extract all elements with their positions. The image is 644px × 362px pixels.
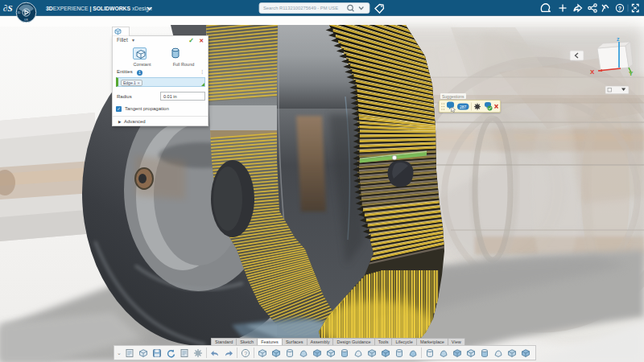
svg-text:?: ? [245,350,248,356]
svg-text:X: X [590,68,595,76]
svg-text:z: z [617,36,620,42]
svg-text:287: 287 [460,105,467,109]
svg-text:∂S: ∂S [3,3,13,13]
svg-text:3DEXPERIENCE | SOLIDWORKS xDes: 3DEXPERIENCE | SOLIDWORKS xDesign [46,6,152,12]
svg-text:?: ? [618,6,621,11]
svg-text:Search R1132100275649 - PM USE: Search R1132100275649 - PM USE [263,6,338,10]
svg-text:Y: Y [629,70,634,77]
svg-text:V.R: V.R [24,19,29,22]
